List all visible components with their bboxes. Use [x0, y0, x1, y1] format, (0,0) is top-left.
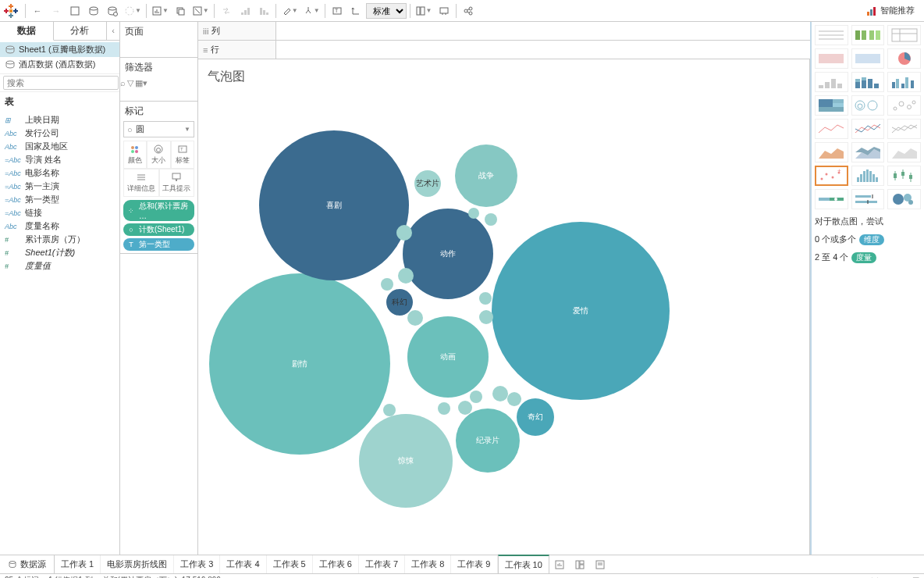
- show-me-chart-type[interactable]: [815, 142, 848, 162]
- filters-shelf[interactable]: 筛选器: [120, 58, 197, 102]
- bubble-mark[interactable]: 喜剧: [259, 130, 409, 280]
- bubble-mark[interactable]: 惊悚: [359, 414, 453, 508]
- share-icon[interactable]: [460, 2, 477, 20]
- sheet-tab[interactable]: 工作表 5: [267, 555, 313, 573]
- bubble-mark[interactable]: 奇幻: [517, 398, 554, 436]
- show-me-chart-type[interactable]: [851, 142, 885, 162]
- show-me-chart-type[interactable]: [887, 166, 921, 186]
- bubble-mark[interactable]: [479, 310, 493, 324]
- bubble-mark[interactable]: 艺术片: [414, 170, 441, 197]
- show-me-chart-type[interactable]: [887, 72, 921, 92]
- sort-asc-icon[interactable]: [236, 2, 254, 20]
- show-me-chart-type[interactable]: [851, 48, 885, 69]
- field-item[interactable]: #度量值: [0, 259, 119, 273]
- show-me-button[interactable]: 智能推荐: [860, 5, 921, 16]
- field-item[interactable]: =Abc电影名称: [0, 166, 119, 180]
- bubble-mark[interactable]: [396, 225, 412, 241]
- sheet-tab[interactable]: 工作表 8: [405, 555, 451, 573]
- highlight-icon[interactable]: ▼: [279, 5, 300, 16]
- show-cards-icon[interactable]: ▼: [414, 5, 434, 16]
- tab-data[interactable]: 数据: [0, 22, 54, 41]
- undo-dropdown[interactable]: ▼: [123, 5, 143, 16]
- bubble-mark[interactable]: 动作: [403, 209, 493, 299]
- bubble-mark[interactable]: [485, 213, 497, 226]
- datasource-item[interactable]: Sheet1 (豆瓣电影数据): [0, 42, 119, 57]
- tooltip-card[interactable]: 工具提示: [159, 169, 195, 197]
- show-me-chart-type[interactable]: +: [815, 166, 848, 186]
- mark-pill[interactable]: ○计数(Sheet1): [123, 223, 194, 236]
- show-me-chart-type[interactable]: [815, 95, 848, 116]
- new-dashboard-icon[interactable]: [570, 555, 590, 573]
- presentation-icon[interactable]: [435, 2, 453, 20]
- bubble-mark[interactable]: [492, 386, 508, 401]
- sort-desc-icon[interactable]: [255, 2, 272, 20]
- tab-analysis[interactable]: 分析: [54, 22, 108, 40]
- bubble-mark[interactable]: 剧情: [209, 273, 390, 455]
- new-story-icon[interactable]: [590, 555, 610, 573]
- bubble-mark[interactable]: 战争: [455, 144, 517, 207]
- autosave-icon[interactable]: [104, 2, 121, 20]
- bubble-mark[interactable]: 科幻: [386, 289, 413, 316]
- show-me-chart-type[interactable]: [887, 119, 921, 139]
- bubble-mark[interactable]: [398, 268, 414, 284]
- bubble-mark[interactable]: [470, 391, 482, 403]
- bubble-mark[interactable]: [479, 292, 492, 305]
- fix-axes-icon[interactable]: [347, 2, 364, 20]
- bubble-mark[interactable]: [383, 404, 396, 416]
- bubble-mark[interactable]: [381, 278, 393, 291]
- show-me-chart-type[interactable]: [887, 189, 921, 209]
- show-me-chart-type[interactable]: [887, 48, 921, 69]
- pages-shelf[interactable]: 页面: [120, 22, 197, 58]
- sheet-tab[interactable]: 工作表 4: [220, 555, 266, 573]
- sheet-tab[interactable]: 工作表 9: [451, 555, 497, 573]
- sheet-tab[interactable]: 工作表 1: [55, 555, 101, 573]
- field-item[interactable]: #Sheet1(计数): [0, 246, 119, 259]
- rows-shelf[interactable]: [276, 41, 810, 59]
- show-me-chart-type[interactable]: [851, 25, 885, 45]
- search-input[interactable]: [3, 76, 119, 90]
- show-me-chart-type[interactable]: [851, 166, 885, 186]
- clear-icon[interactable]: ▼: [190, 5, 211, 16]
- field-item[interactable]: Abc国家及地区: [0, 140, 119, 153]
- forward-icon[interactable]: →: [48, 2, 65, 20]
- show-me-chart-type[interactable]: [815, 119, 848, 139]
- field-item[interactable]: #累计票房（万）: [0, 233, 119, 246]
- show-me-chart-type[interactable]: [815, 72, 848, 92]
- bubble-mark[interactable]: 爱情: [492, 222, 670, 400]
- field-item[interactable]: =Abc链接: [0, 206, 119, 219]
- group-icon[interactable]: ▼: [301, 5, 322, 16]
- field-item[interactable]: =Abc第一主演: [0, 180, 119, 193]
- bubble-mark[interactable]: [438, 402, 450, 415]
- label-card[interactable]: T标签: [171, 141, 194, 169]
- show-me-chart-type[interactable]: [851, 189, 885, 209]
- sheet-tab[interactable]: 工作表 3: [174, 555, 220, 573]
- mark-pill[interactable]: ⁘总和(累计票房 …: [123, 200, 194, 221]
- field-item[interactable]: =Abc第一类型: [0, 193, 119, 206]
- sheet-tab[interactable]: 电影票房折线图: [101, 555, 174, 573]
- show-me-chart-type[interactable]: [887, 142, 921, 162]
- show-me-chart-type[interactable]: [815, 25, 848, 45]
- duplicate-icon[interactable]: [172, 2, 189, 20]
- swap-icon[interactable]: [218, 2, 235, 20]
- new-worksheet-icon[interactable]: ▼: [150, 5, 170, 16]
- bubble-mark[interactable]: [468, 208, 479, 219]
- color-card[interactable]: 颜色: [123, 141, 147, 169]
- bubble-mark[interactable]: [407, 310, 423, 326]
- size-card[interactable]: 大小: [147, 141, 170, 169]
- field-item[interactable]: =Abc导演 姓名: [0, 153, 119, 166]
- viz-canvas[interactable]: 气泡图 剧情爱情喜剧动作动画惊悚纪录片战争科幻艺术片奇幻: [198, 59, 810, 555]
- bubble-mark[interactable]: [458, 401, 472, 415]
- bubble-mark[interactable]: 动画: [407, 316, 489, 398]
- data-source-tab[interactable]: 数据源: [0, 555, 55, 573]
- mark-pill[interactable]: T第一类型: [123, 238, 194, 251]
- collapse-left-icon[interactable]: ‹: [107, 22, 119, 40]
- show-me-chart-type[interactable]: [851, 119, 885, 139]
- show-me-chart-type[interactable]: [815, 189, 848, 209]
- save-icon[interactable]: [66, 2, 84, 20]
- mark-type-select[interactable]: ○圆▼: [123, 121, 194, 137]
- labels-icon[interactable]: T: [329, 2, 346, 20]
- back-icon[interactable]: ←: [29, 2, 46, 20]
- columns-shelf[interactable]: [276, 22, 810, 40]
- show-me-chart-type[interactable]: [887, 95, 921, 116]
- sheet-tab[interactable]: 工作表 10: [498, 555, 549, 573]
